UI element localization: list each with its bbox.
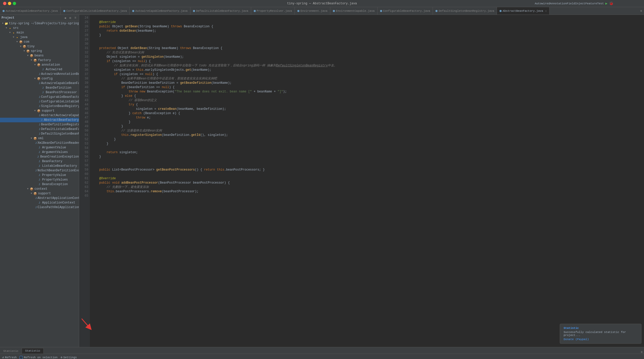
- tree-label: ListableBeanFactory: [42, 164, 77, 168]
- tree-item-beans[interactable]: ▼ 📦 beans: [0, 53, 79, 58]
- tab-default-singleton[interactable]: DefaultSingletonBeanRegistry.java: [433, 7, 497, 15]
- maximize-button[interactable]: [13, 2, 16, 5]
- tree-item-default-singleton-br[interactable]: ▼ J DefaultSingletonBeanRegistry: [0, 131, 79, 136]
- tree-item-context[interactable]: ▼ 📦 context: [0, 187, 79, 191]
- tab-dot: [3, 10, 5, 12]
- tree-label: Autowired: [46, 68, 62, 71]
- tree-item-arg-values[interactable]: ▼ J ArgumentValues: [0, 150, 79, 154]
- package-icon: 📦: [37, 63, 41, 67]
- tab-close-icon[interactable]: ✕: [545, 9, 547, 13]
- java-file-icon: J: [37, 159, 41, 163]
- tab-label: DefaultSingletonBeanRegistry.java: [439, 9, 494, 13]
- tree-item-support[interactable]: ▼ 📦 support: [0, 109, 79, 113]
- tree-item-bean-factory[interactable]: ▼ J BeanFactory: [0, 159, 79, 164]
- editor-area: 2425262728 2930313233 3435363738 3940414…: [79, 15, 644, 347]
- tree-item-xml[interactable]: ▼ 📦 xml: [0, 136, 79, 141]
- tree-label: BeanCreationException: [40, 155, 79, 159]
- run-button[interactable]: ▶: [605, 1, 607, 6]
- tree-item-listable-bf[interactable]: ▼ J ListableBeanFactory: [0, 164, 79, 168]
- tab-configurable-bean-factory[interactable]: ConfigurableBeanFactory.java: [378, 7, 433, 15]
- tree-item-default-listable-bf[interactable]: ▼ J DefaultListableBeanFactory: [0, 127, 79, 131]
- tab-property-resolver[interactable]: PropertyResolver.java: [251, 7, 295, 15]
- tree-item-autowired-annotation[interactable]: ▼ J AutowiredAnnotationBeanPostProcessor: [0, 72, 79, 76]
- tree-item-arg-value[interactable]: ▼ J ArgumentValue: [0, 145, 79, 150]
- minimize-button[interactable]: [8, 2, 11, 5]
- notification-link[interactable]: Donate (Paypal): [564, 338, 638, 341]
- tree-item-root[interactable]: ▼ 📁 tiny-spring ~/IdeaProjects/tiny-spri…: [0, 21, 79, 26]
- tree-item-bean-def-reg[interactable]: ▼ J BeanDefinitionRegistry: [0, 122, 79, 127]
- sidebar-settings-btn[interactable]: ⚙: [68, 16, 72, 20]
- java-file-icon: J: [39, 127, 40, 131]
- tree-item-bean-def[interactable]: ▼ J BeanDefinition: [0, 86, 79, 90]
- tree-label: beans: [34, 54, 44, 57]
- tree-item-context-support[interactable]: ▼ 📦 support: [0, 191, 79, 196]
- tab-label: PropertyResolver.java: [257, 9, 292, 13]
- tab-configurable-listable[interactable]: ConfigurableListableBeanFactory.java: [61, 7, 130, 15]
- close-button[interactable]: [3, 2, 6, 5]
- main-layout: Project ◀ ⚙ ≡ ▼ 📁 tiny-spring ~/IdeaProj…: [0, 15, 644, 347]
- tree-item-no-such-bean[interactable]: ▼ J NoSuchBeanDefinitionException: [0, 168, 79, 173]
- tree-label: XmlBeanDefinitionReader: [38, 141, 79, 145]
- tree-label: AbstractBeanFactory: [44, 118, 79, 122]
- tab-autowire-capable2[interactable]: AutowireCapableBeanFactory.java: [130, 7, 190, 15]
- tree-item-abstract-app-ctx[interactable]: ▼ J AbstractApplicationContext: [0, 196, 79, 200]
- tab-dot: [500, 10, 502, 12]
- tree-item-singleton-br[interactable]: ▼ J SingletonBeanRegistry: [0, 104, 79, 109]
- refresh-on-selection-button[interactable]: ✓ Refresh on selection: [20, 356, 57, 359]
- tree-item-xml-reader[interactable]: ▼ J XmlBeanDefinitionReader: [0, 141, 79, 145]
- tree-label: DefaultListableBeanFactory: [41, 127, 79, 131]
- panel-gear-icon[interactable]: ⚙: [639, 350, 644, 354]
- tab-label: DefaultListableBeanFactory.java: [196, 9, 248, 13]
- tab-default-listable[interactable]: DefaultListableBeanFactory.java: [190, 7, 251, 15]
- tree-item-tiny[interactable]: ▼ 📦 tiny: [0, 44, 79, 49]
- tab-dot: [254, 10, 256, 12]
- tree-item-spring[interactable]: ▼ 📦 spring: [0, 49, 79, 53]
- tree-item-com[interactable]: ▼ 📦 com: [0, 40, 79, 44]
- refresh-button[interactable]: ↺ Refresh: [2, 355, 17, 359]
- tree-item-classpath-xml[interactable]: ▼ J ClassPathXmlApplicationContext: [0, 205, 79, 210]
- tree-item-configurable-bf[interactable]: ▼ J ConfigurableBeanFactory: [0, 95, 79, 99]
- tab-environment-capable[interactable]: EnvironmentCapable.java: [330, 7, 378, 15]
- tab-dot: [380, 10, 382, 12]
- title-bar: tiny-spring — AbstractBeanFactory.java A…: [0, 0, 644, 7]
- java-file-icon: J: [39, 100, 40, 104]
- tree-item-annotation[interactable]: ▼ 📦 annotation: [0, 63, 79, 67]
- tree-item-main[interactable]: ▼ ▸ main: [0, 30, 79, 35]
- tree-item-bean-creation-ex[interactable]: ▼ J BeanCreationException: [0, 154, 79, 159]
- tree-item-property-values[interactable]: ▼ J PropertyValues: [0, 177, 79, 182]
- tree-item-configurable-listable-bf[interactable]: ▼ J ConfigurableListableBeanFactory: [0, 99, 79, 104]
- refresh-selection-checkbox[interactable]: ✓: [20, 356, 23, 359]
- tree-item-config[interactable]: ▼ 📦 config: [0, 76, 79, 81]
- tab-autowire-capable[interactable]: AutowireCapableBeanFactory.java: [0, 7, 61, 15]
- sidebar-collapse-btn[interactable]: ◀: [63, 16, 67, 20]
- expand-arrow: ▼: [26, 188, 30, 190]
- tree-item-property-value[interactable]: ▼ J PropertyValue: [0, 173, 79, 177]
- tab-gear-icon[interactable]: ⚙: [638, 9, 644, 13]
- tree-item-app-ctx[interactable]: ▼ J ApplicationContext: [0, 200, 79, 205]
- tree-item-beans-exception[interactable]: ▼ J BeansException: [0, 182, 79, 187]
- settings-button[interactable]: ⚙ Settings: [60, 356, 77, 359]
- folder-icon: ▸: [8, 26, 12, 30]
- tree-item-src[interactable]: ▼ ▸ src: [0, 26, 79, 30]
- tree-label: BeanFactory: [42, 160, 62, 163]
- window-controls[interactable]: [3, 2, 16, 5]
- expand-arrow: ▼: [30, 192, 33, 195]
- tab-abstract-bean-factory[interactable]: AbstractBeanFactory.java ✕: [497, 7, 549, 15]
- stat-tab-1[interactable]: Statistic: [0, 348, 22, 354]
- tree-item-autowired[interactable]: ▼ J Autowired: [0, 67, 79, 72]
- tree-item-autowire-capable-bf[interactable]: ▼ J AutowireCapableBeanFactory: [0, 81, 79, 86]
- package-icon: 📦: [37, 109, 41, 113]
- tab-label: EnvironmentCapable.java: [336, 9, 375, 13]
- tree-item-bean-post-proc[interactable]: ▼ J BeanPostProcessor: [0, 90, 79, 95]
- java-file-icon: J: [39, 104, 40, 108]
- tree-item-abstract-autowire[interactable]: ▼ J AbstractAutowireCapableBeanFactory: [0, 113, 79, 118]
- tree-item-abstract-bf[interactable]: ▼ J AbstractBeanFactory: [0, 118, 79, 122]
- code-editor[interactable]: @Override public Object getBean(String b…: [90, 15, 644, 347]
- tree-item-java[interactable]: ▼ ▸ java: [0, 35, 79, 40]
- debug-button[interactable]: 🐞: [609, 1, 613, 6]
- sidebar-gear-btn[interactable]: ≡: [73, 16, 77, 20]
- tab-environment[interactable]: Environment.java: [295, 7, 330, 15]
- tree-item-factory[interactable]: ▼ 📦 factory: [0, 58, 79, 63]
- stat-tab-2[interactable]: Statistic: [22, 348, 43, 354]
- refresh-label: Refresh: [5, 356, 17, 359]
